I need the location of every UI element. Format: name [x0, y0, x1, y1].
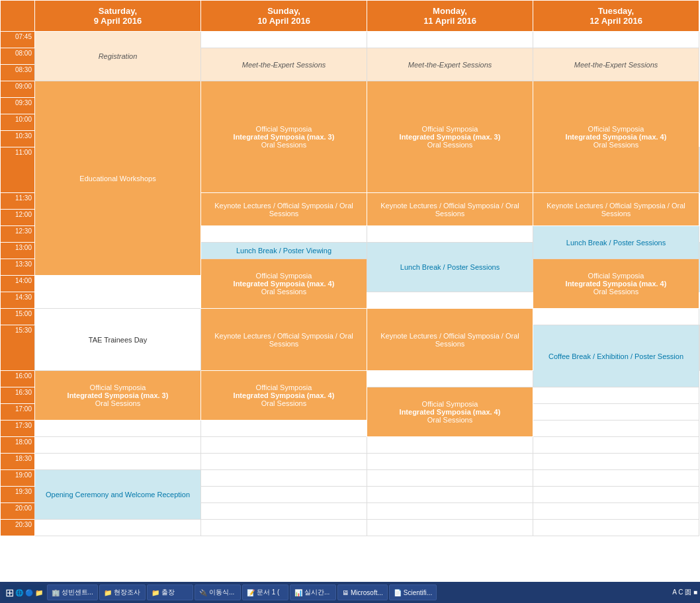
mon-2030 [367, 520, 533, 536]
sat-lunch-break: Lunch Break / Poster Viewing [201, 243, 367, 259]
sat-opening-ceremony: Opening Ceremony and Welcome Reception [35, 470, 201, 520]
tue-1730-empty [533, 421, 699, 437]
sun-keynote-2: Keynote Lectures / Official Symposia / O… [201, 309, 367, 371]
time-1730: 17:30 [1, 421, 35, 437]
mon-meet-expert-morning: Meet-the-Expert Sessions [367, 48, 533, 81]
tue-1930 [533, 487, 699, 503]
tue-2000 [533, 503, 699, 520]
mon-1800 [367, 437, 533, 454]
time-1830: 18:30 [1, 454, 35, 470]
sat-coffee-break-exhibition: Coffee Break / Exhibition / Poster Sessi… [533, 325, 699, 387]
sun-0745 [201, 32, 367, 48]
col-header-sun: Sunday, 10 April 2016 [201, 1, 367, 32]
schedule-container: Saturday, 9 April 2016 Sunday, 10 April … [0, 0, 700, 536]
tue-official-symposia-morning: Official SymposiaIntegrated Symposia (ma… [533, 81, 699, 193]
tue-1700-empty [533, 404, 699, 421]
time-1330: 13:30 [1, 259, 35, 276]
mon-official-symposia-morning: Official SymposiaIntegrated Symposia (ma… [367, 81, 533, 193]
mon-1930 [367, 487, 533, 503]
time-1500: 15:00 [1, 309, 35, 325]
tue-official-symposia-afternoon: Official SymposiaIntegrated Symposia (ma… [533, 259, 699, 309]
sun-2030 [201, 520, 367, 536]
sun-official-symposia-late: Official SymposiaIntegrated Symposia (ma… [35, 371, 201, 421]
sun-keynote-1: Keynote Lectures / Official Symposia / O… [201, 193, 367, 226]
sun-1730-empty [35, 421, 201, 437]
sun-meet-expert-morning: Meet-the-Expert Sessions [201, 48, 367, 81]
time-1600: 16:00 [1, 371, 35, 387]
time-1900: 19:00 [1, 470, 35, 487]
time-1300: 13:00 [1, 243, 35, 259]
sat-1830 [35, 454, 201, 470]
time-0745: 07:45 [1, 32, 35, 48]
time-1130: 11:30 [1, 193, 35, 210]
tue-lunch-break: Lunch Break / Poster Sessions [533, 226, 699, 259]
mon-1730-empty [201, 421, 367, 437]
sun-1800 [201, 437, 367, 454]
sat-educational-workshops: Educational Workshops [35, 81, 201, 276]
sun-1830 [201, 454, 367, 470]
time-2000: 20:00 [1, 503, 35, 520]
time-1230: 12:30 [1, 226, 35, 243]
sun-2000 [201, 503, 367, 520]
col-header-time [1, 1, 35, 32]
sun-1230-empty [201, 226, 367, 243]
time-0900: 09:00 [1, 81, 35, 98]
time-1000: 10:00 [1, 114, 35, 131]
sat-tae-trainees: TAE Trainees Day [35, 309, 201, 371]
tue-1830 [533, 454, 699, 470]
time-1800: 18:00 [1, 437, 35, 454]
time-1700: 17:00 [1, 404, 35, 421]
time-0800: 08:00 [1, 48, 35, 65]
col-header-mon: Monday, 11 April 2016 [367, 1, 533, 32]
time-1530: 15:30 [1, 325, 35, 371]
tue-meet-expert-morning: Meet-the-Expert Sessions [533, 48, 699, 81]
time-1200: 12:00 [1, 210, 35, 226]
sat-official-symposia-late: Official SymposiaIntegrated Symposia (ma… [367, 387, 533, 437]
sat-1800 [35, 437, 201, 454]
tue-1900 [533, 470, 699, 487]
time-1930: 19:30 [1, 487, 35, 503]
mon-2000 [367, 503, 533, 520]
time-0830: 08:30 [1, 65, 35, 81]
mon-keynote-1: Keynote Lectures / Official Symposia / O… [367, 193, 533, 226]
sun-1900 [201, 470, 367, 487]
tue-1800 [533, 437, 699, 454]
sat-official-symposia-afternoon: Official SymposiaIntegrated Symposia (ma… [201, 259, 367, 309]
tue-keynote-1: Keynote Lectures / Official Symposia / O… [533, 193, 699, 226]
time-1430: 14:30 [1, 292, 35, 309]
tue-1630-empty [533, 387, 699, 404]
sat-registration: Registration [35, 32, 201, 81]
time-2030: 20:30 [1, 520, 35, 536]
col-header-sat: Saturday, 9 April 2016 [35, 1, 201, 32]
time-0930: 09:30 [1, 98, 35, 114]
tue-2030 [533, 520, 699, 536]
tue-1500-empty [533, 309, 699, 325]
col-header-tue: Tuesday, 12 April 2016 [533, 1, 699, 32]
sun-lunch-break: Lunch Break / Poster Sessions [367, 243, 533, 292]
time-1630: 16:30 [1, 387, 35, 404]
sat-2030 [35, 520, 201, 536]
sun-1930 [201, 487, 367, 503]
mon-0745 [367, 32, 533, 48]
tue-0745 [533, 32, 699, 48]
time-1400: 14:00 [1, 276, 35, 292]
time-1100: 11:00 [1, 147, 35, 193]
mon-1230-empty [367, 226, 533, 243]
sun-official-symposia-morning: Official SymposiaIntegrated Symposia (ma… [201, 81, 367, 193]
tue-1600-empty [367, 371, 533, 387]
mon-1830 [367, 454, 533, 470]
mon-1900 [367, 470, 533, 487]
mon-official-symposia-late: Official SymposiaIntegrated Symposia (ma… [201, 371, 367, 421]
time-1030: 10:30 [1, 131, 35, 147]
mon-keynote-2: Keynote Lectures / Official Symposia / O… [367, 309, 533, 371]
schedule-table: Saturday, 9 April 2016 Sunday, 10 April … [0, 0, 700, 536]
